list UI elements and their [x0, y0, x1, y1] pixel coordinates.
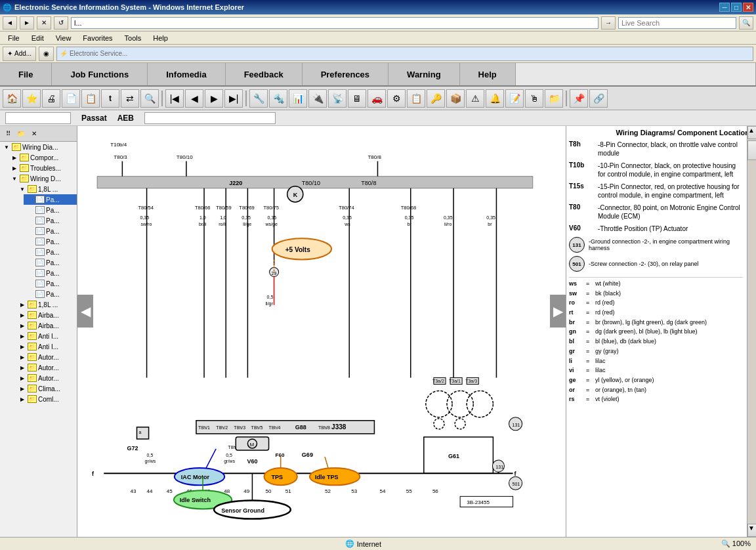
menu-help[interactable]: Help — [148, 33, 173, 43]
toolbar-letter-t[interactable]: t — [101, 89, 119, 108]
tree-pa-3[interactable]: 📄Pa... — [24, 215, 77, 226]
svg-text:501: 501 — [513, 482, 520, 486]
forward-button[interactable]: ► — [20, 16, 34, 30]
toolbar-icon12[interactable]: ⚠ — [466, 89, 484, 108]
tree-wiring-dia[interactable]: ▼ 📁 Wiring Dia... — [0, 142, 77, 152]
tree-anti-i-1[interactable]: ▶📁Anti I... — [16, 331, 77, 341]
vehicle-model-input[interactable] — [5, 112, 71, 124]
tab-feedback[interactable]: Feedback — [226, 63, 303, 85]
toolbar-icon13[interactable]: 🔔 — [486, 89, 504, 108]
diagram-next-button[interactable]: ▶ — [550, 295, 566, 328]
scrollbar-thumb[interactable] — [747, 140, 756, 160]
tab-file[interactable]: File — [0, 63, 52, 85]
menu-view[interactable]: View — [51, 33, 77, 43]
tab-help[interactable]: Help — [460, 63, 516, 85]
menu-edit[interactable]: Edit — [26, 33, 49, 43]
toolbar-next-last[interactable]: ▶| — [224, 89, 243, 108]
toolbar-arrows[interactable]: ⇄ — [121, 89, 139, 108]
tree-compor[interactable]: ▶ 📁 Compor... — [8, 152, 77, 163]
toolbar-icon11[interactable]: 📦 — [446, 89, 465, 108]
tree-anti-i-2[interactable]: ▶📁Anti I... — [16, 341, 77, 352]
maximize-button[interactable]: □ — [731, 3, 742, 12]
close-button[interactable]: ✕ — [743, 3, 753, 12]
toolbar-icon2[interactable]: 🔩 — [269, 89, 287, 108]
menu-favorites[interactable]: Favorites — [77, 33, 117, 43]
svg-text:131: 131 — [495, 465, 503, 469]
toolbar-icon14[interactable]: 📝 — [505, 89, 524, 108]
menu-file[interactable]: File — [3, 33, 25, 43]
stop-button[interactable]: ✕ — [37, 16, 51, 30]
toolbar-search[interactable]: 🔍 — [140, 89, 159, 108]
tree-coml[interactable]: ▶📁Coml... — [16, 394, 77, 404]
tree-1-8l-2[interactable]: ▶ 📁 1,8L ... — [16, 299, 77, 310]
sidebar-btn-folder[interactable]: 📁 — [16, 129, 26, 139]
toolbar-page[interactable]: 📄 — [62, 89, 80, 108]
menu-tools[interactable]: Tools — [119, 33, 147, 43]
add-favorites-button[interactable]: ✦ Add... — [3, 47, 36, 61]
toolbar-print[interactable]: 🖨 — [42, 89, 60, 108]
toolbar-extra2[interactable]: 🔗 — [589, 89, 608, 108]
scrollbar-right[interactable]: ▲ ▼ — [747, 126, 756, 537]
toolbar-extra1[interactable]: 📌 — [570, 89, 588, 108]
toolbar-icon10[interactable]: 🔑 — [427, 89, 445, 108]
toolbar-copy[interactable]: 📋 — [81, 89, 100, 108]
svg-text:ll/ge: ll/ge — [243, 222, 251, 227]
tree-pa-2[interactable]: 📄Pa... — [24, 205, 77, 215]
internet-icon: 🌐 — [345, 539, 354, 548]
search-button[interactable]: 🔍 — [739, 16, 753, 30]
toolbar-icon7[interactable]: 🚗 — [368, 89, 386, 108]
tree-1-8l-1[interactable]: ▼ 📁 1,8L ... — [16, 184, 77, 194]
tree-pa-6[interactable]: 📄Pa... — [24, 247, 77, 257]
tree-label-troubles: Troubles... — [30, 165, 61, 172]
toolbar-icon8[interactable]: ⚙ — [387, 89, 406, 108]
tree-pa-8[interactable]: 📄Pa... — [24, 268, 77, 278]
sidebar-btn-close[interactable]: ✕ — [29, 129, 39, 139]
toolbar-icon4[interactable]: 🔌 — [308, 89, 327, 108]
tree-airba-1[interactable]: ▶📁Airba... — [16, 310, 77, 320]
toolbar-icon6[interactable]: 🖥 — [348, 89, 366, 108]
toolbar-icon9[interactable]: 📋 — [407, 89, 425, 108]
tree-pa-4[interactable]: 📄Pa... — [24, 226, 77, 236]
tree-troubles[interactable]: ▶ 📁 Troubles... — [8, 163, 77, 173]
tree-airba-2[interactable]: ▶📁Airba... — [16, 320, 77, 331]
scroll-up-button[interactable]: ▲ — [747, 126, 756, 139]
toolbar-home[interactable]: 🏠 — [3, 89, 21, 108]
tree-clima[interactable]: ▶📁Clima... — [16, 383, 77, 394]
toolbar-bookmark[interactable]: ⭐ — [22, 89, 41, 108]
toolbar-icon16[interactable]: 📁 — [545, 89, 563, 108]
minimize-button[interactable]: ─ — [719, 3, 730, 12]
toolbar-icon1[interactable]: 🔧 — [249, 89, 268, 108]
toolbar-icon15[interactable]: 🖱 — [525, 89, 543, 108]
tree-pa-10[interactable]: 📄Pa... — [24, 289, 77, 299]
search-input[interactable] — [618, 17, 736, 29]
back-button[interactable]: ◄ — [3, 16, 17, 30]
tab-infomedia[interactable]: Infomedia — [148, 63, 225, 85]
tab-preferences[interactable]: Preferences — [303, 63, 388, 85]
toolbar-prev-first[interactable]: |◀ — [165, 89, 184, 108]
toolbar-icon3[interactable]: 📊 — [289, 89, 307, 108]
toolbar-prev[interactable]: ◀ — [185, 89, 203, 108]
svg-text:T80/75: T80/75 — [264, 205, 279, 211]
scroll-down-button[interactable]: ▼ — [747, 524, 756, 537]
tree-wiring-d[interactable]: ▼ 📁 Wiring D... — [8, 173, 77, 184]
tree-pa-1[interactable]: 📄 Pa... — [24, 194, 77, 205]
tree-pa-9[interactable]: 📄Pa... — [24, 278, 77, 289]
go-button[interactable]: → — [601, 16, 616, 30]
vehicle-extra-input[interactable] — [144, 112, 276, 124]
refresh-button[interactable]: ↺ — [54, 16, 68, 30]
ground-131-desc: -Ground connection -2-, in engine compar… — [589, 238, 743, 251]
address-input[interactable] — [71, 17, 598, 29]
tab-job-functions[interactable]: Job Functions — [52, 63, 148, 85]
favorites-icon[interactable]: ◉ — [39, 47, 54, 61]
doc-icon-pa-1: 📄 — [35, 196, 45, 203]
toolbar-next[interactable]: ▶ — [205, 89, 223, 108]
diagram-prev-button[interactable]: ◀ — [77, 295, 93, 328]
tree-autor-1[interactable]: ▶📁Autor... — [16, 352, 77, 362]
tree-autor-2[interactable]: ▶📁Autor... — [16, 362, 77, 373]
tree-pa-5[interactable]: 📄Pa... — [24, 236, 77, 247]
sidebar-btn-dots[interactable]: ⠿ — [3, 129, 13, 139]
tree-autor-3[interactable]: ▶📁Autor... — [16, 373, 77, 383]
toolbar-icon5[interactable]: 📡 — [328, 89, 346, 108]
tab-warning[interactable]: Warning — [388, 63, 460, 85]
tree-pa-7[interactable]: 📄Pa... — [24, 257, 77, 268]
